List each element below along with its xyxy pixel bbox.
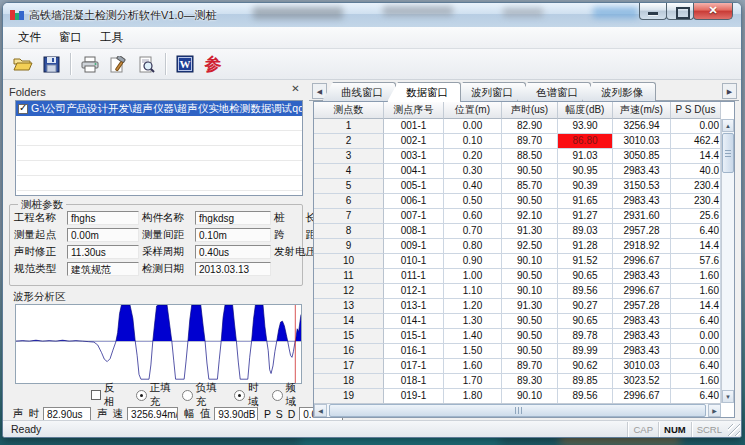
- table-cell[interactable]: 1.00: [444, 269, 502, 284]
- table-cell[interactable]: 3010.03: [613, 134, 671, 149]
- horizontal-scroll-thumb[interactable]: [329, 404, 706, 417]
- column-header-4[interactable]: 幅度(dB): [558, 102, 613, 119]
- table-cell[interactable]: 002-1: [384, 134, 444, 149]
- table-cell[interactable]: 90.50: [502, 164, 558, 179]
- column-header-1[interactable]: 测点序号: [384, 102, 444, 119]
- table-cell[interactable]: 2918.92: [613, 239, 671, 254]
- table-cell[interactable]: 11: [314, 269, 384, 284]
- table-cell[interactable]: 10: [314, 254, 384, 269]
- param-field-0[interactable]: fhghs: [67, 211, 139, 225]
- save-button[interactable]: [37, 51, 65, 77]
- table-cell[interactable]: 88.50: [502, 149, 558, 164]
- table-cell[interactable]: 90.62: [558, 359, 613, 374]
- table-cell[interactable]: 3010.03: [613, 359, 671, 374]
- table-row[interactable]: 10010-10.9090.1091.522996.6757.6: [314, 254, 721, 269]
- table-cell[interactable]: 009-1: [384, 239, 444, 254]
- table-cell[interactable]: 3: [314, 149, 384, 164]
- table-cell[interactable]: 1.60: [444, 359, 502, 374]
- table-cell[interactable]: 89.70: [502, 134, 558, 149]
- tab-2[interactable]: 波列窗口: [452, 82, 526, 101]
- table-cell[interactable]: 230.4: [671, 179, 721, 194]
- table-cell[interactable]: 1.60: [671, 374, 721, 389]
- param-field-4[interactable]: 0.10m: [195, 228, 271, 242]
- table-cell[interactable]: 0.90: [444, 254, 502, 269]
- table-cell[interactable]: 1.30: [444, 314, 502, 329]
- process-tool-button[interactable]: [104, 51, 132, 77]
- table-cell[interactable]: 019-1: [384, 389, 444, 403]
- table-cell[interactable]: 001-1: [384, 119, 444, 134]
- table-cell[interactable]: 3023.52: [613, 374, 671, 389]
- table-cell[interactable]: 12: [314, 284, 384, 299]
- table-cell[interactable]: 1.70: [444, 374, 502, 389]
- fill-radio-1[interactable]: [182, 390, 193, 401]
- table-cell[interactable]: 90.50: [502, 329, 558, 344]
- scroll-down-button[interactable]: ▼: [722, 390, 734, 403]
- table-cell[interactable]: 92.50: [502, 239, 558, 254]
- table-cell[interactable]: 91.65: [558, 194, 613, 209]
- open-file-button[interactable]: [9, 51, 37, 77]
- table-row[interactable]: 2002-10.1089.7086.803010.03462.4: [314, 134, 721, 149]
- table-cell[interactable]: 0.70: [444, 224, 502, 239]
- table-cell[interactable]: 0.10: [444, 134, 502, 149]
- parameter-button[interactable]: 参: [199, 51, 227, 77]
- tab-0[interactable]: 曲线窗口: [322, 82, 396, 101]
- table-cell[interactable]: 9: [314, 239, 384, 254]
- table-cell[interactable]: 17: [314, 359, 384, 374]
- table-row[interactable]: 5005-10.4085.7090.393150.53230.4: [314, 179, 721, 194]
- table-cell[interactable]: 91.52: [558, 254, 613, 269]
- print-preview-button[interactable]: [132, 51, 160, 77]
- column-header-0[interactable]: 测点数: [314, 102, 384, 119]
- table-row[interactable]: 18018-11.7089.3089.853023.521.60: [314, 374, 721, 389]
- param-field-7[interactable]: 0.40us: [195, 245, 271, 259]
- column-header-3[interactable]: 声时(us): [502, 102, 558, 119]
- menu-item-2[interactable]: 工具: [91, 27, 132, 48]
- tab-1[interactable]: 数据窗口: [387, 82, 461, 102]
- table-cell[interactable]: 2996.67: [613, 284, 671, 299]
- table-cell[interactable]: 89.56: [558, 284, 613, 299]
- table-cell[interactable]: 90.10: [502, 254, 558, 269]
- table-row[interactable]: 11011-11.0090.5090.652983.431.60: [314, 269, 721, 284]
- table-cell[interactable]: 4: [314, 164, 384, 179]
- table-cell[interactable]: 007-1: [384, 209, 444, 224]
- table-cell[interactable]: 015-1: [384, 329, 444, 344]
- table-cell[interactable]: 1: [314, 119, 384, 134]
- table-row[interactable]: 3003-10.2088.5091.033050.8514.4: [314, 149, 721, 164]
- table-row[interactable]: 9009-10.8092.5091.282918.9214.4: [314, 239, 721, 254]
- table-cell[interactable]: 0.00: [671, 344, 721, 359]
- table-row[interactable]: 12012-11.1090.1089.562996.671.60: [314, 284, 721, 299]
- table-cell[interactable]: 0.50: [444, 194, 502, 209]
- pane-close-icon[interactable]: ✕: [288, 82, 303, 96]
- table-cell[interactable]: 14.4: [671, 239, 721, 254]
- param-field-9[interactable]: 建筑规范: [67, 262, 139, 276]
- table-cell[interactable]: 90.50: [502, 269, 558, 284]
- table-cell[interactable]: 013-1: [384, 299, 444, 314]
- table-cell[interactable]: 1.60: [671, 284, 721, 299]
- table-cell[interactable]: 19: [314, 389, 384, 403]
- waveform-plot[interactable]: [15, 304, 302, 384]
- print-button[interactable]: [76, 51, 104, 77]
- table-cell[interactable]: 2996.67: [613, 389, 671, 403]
- table-cell[interactable]: 6.40: [671, 359, 721, 374]
- table-cell[interactable]: 2983.43: [613, 164, 671, 179]
- invert-checkbox[interactable]: [91, 390, 101, 400]
- table-row[interactable]: 15015-11.4090.5089.782983.430.00: [314, 329, 721, 344]
- table-cell[interactable]: 18: [314, 374, 384, 389]
- table-row[interactable]: 1001-10.0082.9093.903256.940.00: [314, 119, 721, 134]
- table-cell[interactable]: 2: [314, 134, 384, 149]
- param-field-10[interactable]: 2013.03.13: [195, 262, 271, 276]
- table-cell[interactable]: 2983.43: [613, 314, 671, 329]
- vertical-scrollbar[interactable]: ▲ ▼: [721, 119, 734, 403]
- table-cell[interactable]: 462.4: [671, 134, 721, 149]
- table-cell[interactable]: 0.30: [444, 164, 502, 179]
- table-cell[interactable]: 1.50: [444, 344, 502, 359]
- table-cell[interactable]: 1.60: [671, 269, 721, 284]
- table-row[interactable]: 14014-11.3090.5090.652983.436.40: [314, 314, 721, 329]
- table-cell[interactable]: 0.60: [444, 209, 502, 224]
- table-cell[interactable]: 1.10: [444, 284, 502, 299]
- table-cell[interactable]: 92.10: [502, 209, 558, 224]
- domain-radio-0[interactable]: [234, 390, 245, 401]
- table-cell[interactable]: 89.78: [558, 329, 613, 344]
- table-cell[interactable]: 010-1: [384, 254, 444, 269]
- table-cell[interactable]: 90.10: [502, 284, 558, 299]
- readout-field-1[interactable]: 3256.94m/s: [127, 407, 178, 421]
